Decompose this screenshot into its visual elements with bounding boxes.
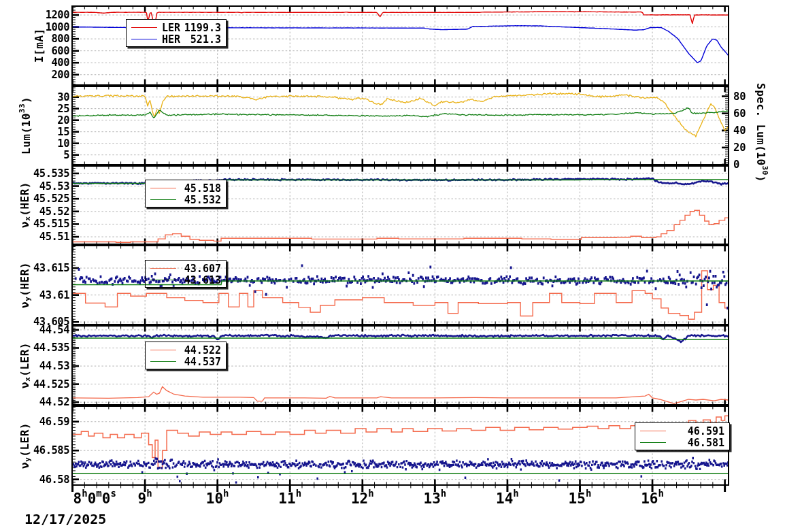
legend-series-value: 46.591 — [688, 425, 724, 437]
y-tick-label: 10 — [7, 137, 69, 150]
legend-row: 45.532 — [150, 194, 221, 205]
series-nux-her-setpoint-trace — [73, 210, 729, 242]
legend-row: HER521.3 — [131, 33, 221, 45]
y-tick-label: 25 — [7, 103, 69, 115]
x-tick-label: 16h — [641, 489, 664, 507]
y-tick-label: 44.525 — [7, 378, 69, 390]
legend-series-value: 521.3 — [190, 33, 221, 46]
legend-series-value: 43.613 — [184, 274, 221, 286]
x-tick-label: 8h0m0s — [73, 489, 116, 507]
legend-line-sample — [640, 431, 666, 431]
y-tick-label: 45.515 — [7, 218, 69, 230]
y-tick-label: 46.585 — [7, 444, 69, 456]
y-tick-label: 30 — [7, 91, 69, 103]
series-luminosity — [73, 93, 729, 137]
y-tick-label: 45.53 — [7, 180, 69, 193]
legend-line-sample — [150, 350, 176, 350]
y-tick-label: 44.53 — [7, 360, 69, 372]
y-tick-label: 43.615 — [7, 262, 69, 274]
legend-row: 46.591 — [640, 425, 724, 437]
legend-row: 43.613 — [150, 274, 221, 286]
legend-line-sample — [131, 27, 157, 28]
x-axis-tick-strip — [71, 486, 729, 495]
x-tick-label: 12h — [351, 489, 374, 507]
legend-row: 45.518 — [150, 182, 221, 194]
x-tick-label: 15h — [569, 489, 592, 507]
x-tick-label: 13h — [423, 489, 446, 507]
series-specific-luminosity — [73, 108, 729, 118]
y-tick-label: 44.54 — [7, 324, 69, 336]
y-tick-label-right: 80 — [733, 90, 767, 103]
y-tick-label: 43.61 — [7, 289, 69, 301]
x-tick-label: 11h — [278, 489, 301, 507]
y-tick-label: 45.525 — [7, 193, 69, 205]
legend-series-value: 45.518 — [184, 182, 221, 195]
y-tick-label-right: 60 — [733, 107, 767, 120]
legend-series-name: LER — [162, 22, 180, 34]
y-tick-label: 1200 — [7, 9, 69, 21]
beam-tune-monitor-figure: I[mA] Lum(1033) νx(HER) νy(HER) νx(LER) … — [0, 0, 785, 532]
y-tick-label: 45.51 — [7, 231, 69, 243]
y-tick-label: 1000 — [7, 21, 69, 33]
series-nux-ler-setpoint-trace — [73, 386, 729, 403]
legend-nuy-ler: 46.591 46.581 — [635, 422, 730, 450]
legend-series-value: 1199.3 — [184, 22, 221, 34]
legend-series-value: 44.522 — [184, 344, 221, 356]
series-nuy-ler-measured — [73, 457, 729, 486]
legend-line-sample — [150, 361, 176, 362]
legend-row: 44.522 — [150, 344, 221, 356]
x-tick-label: 14h — [496, 489, 519, 507]
y-tick-label: 200 — [7, 69, 69, 81]
panel-plot-luminosity — [71, 86, 729, 165]
y-tick-label: 400 — [7, 56, 69, 69]
legend-row: LER1199.3 — [131, 22, 221, 33]
legend-line-sample — [640, 442, 666, 443]
y-tick-label: 46.58 — [7, 473, 69, 486]
legend-row: 46.581 — [640, 437, 724, 448]
legend-series-value: 44.537 — [184, 356, 221, 368]
y-tick-label: 5 — [7, 149, 69, 161]
legend-series-value: 45.532 — [184, 194, 221, 206]
legend-row: 44.537 — [150, 356, 221, 367]
y-tick-label: 20 — [7, 114, 69, 127]
y-tick-label-right: 20 — [733, 142, 767, 154]
y-tick-label: 600 — [7, 45, 69, 57]
legend-series-value: 46.581 — [688, 437, 724, 449]
x-tick-label: 9h — [138, 489, 152, 507]
y-tick-label: 45.535 — [7, 167, 69, 180]
legend-row: 43.607 — [150, 263, 221, 274]
y-tick-label: 800 — [7, 33, 69, 45]
legend-line-sample — [150, 188, 176, 188]
y-tick-label: 44.535 — [7, 342, 69, 354]
panel-plot-nuy-ler — [71, 405, 729, 486]
x-tick-label: 10h — [206, 489, 229, 507]
legend-beam-current: LER1199.3 HER521.3 — [126, 19, 227, 47]
legend-line-sample — [150, 199, 176, 200]
y-tick-label-right: 40 — [733, 124, 767, 137]
y-tick-label: 15 — [7, 126, 69, 138]
series-nux-ler-reference — [73, 338, 729, 339]
legend-series-name: HER — [162, 33, 180, 46]
legend-line-sample — [131, 39, 157, 39]
legend-line-sample — [150, 280, 176, 280]
y-tick-label: 45.52 — [7, 205, 69, 218]
y-tick-label-right: 0 — [733, 159, 767, 171]
y-axis-label-nuy-her: νy(HER) — [16, 245, 34, 325]
legend-line-sample — [150, 268, 176, 269]
y-tick-label: 44.52 — [7, 396, 69, 408]
date-label: 12/17/2025 — [24, 511, 106, 527]
legend-nux-her: 45.518 45.532 — [145, 180, 227, 207]
legend-series-value: 43.607 — [184, 263, 221, 275]
legend-nuy-her: 43.607 43.613 — [145, 260, 227, 288]
y-tick-label: 46.59 — [7, 416, 69, 428]
legend-nux-ler: 44.522 44.537 — [145, 342, 227, 369]
